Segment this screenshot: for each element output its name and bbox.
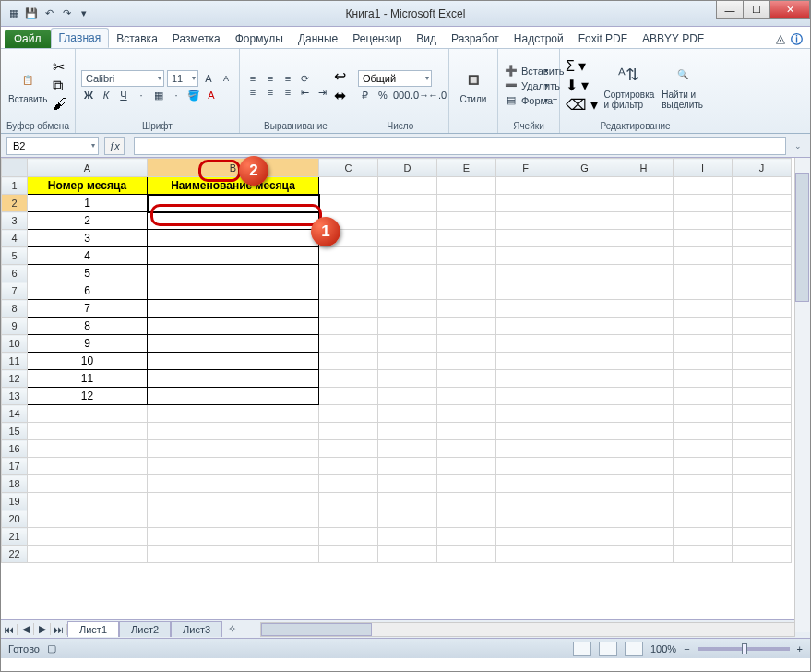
delete-cells-button[interactable]: ➖Удалить▾ [504,79,554,91]
col-header-F[interactable]: F [496,159,555,177]
insert-function-button[interactable]: ƒx [104,137,125,155]
zoom-in-button[interactable]: + [797,643,803,654]
cell-J12[interactable] [733,370,792,388]
cell-D15[interactable] [378,423,437,440]
cell-D18[interactable] [378,475,437,493]
cell-C15[interactable] [319,423,378,440]
cell-H18[interactable] [614,475,674,493]
page-layout-view-button[interactable] [599,642,617,656]
row-header-13[interactable]: 13 [2,388,28,405]
formula-input[interactable] [134,137,786,155]
cell-B5[interactable] [148,247,319,265]
cell-G6[interactable] [555,265,614,282]
cell-I22[interactable] [674,546,733,563]
cell-J10[interactable] [733,335,792,353]
cell-I9[interactable] [674,318,733,335]
cell-F11[interactable] [496,353,555,370]
cell-G5[interactable] [555,247,614,265]
cell-I17[interactable] [674,458,733,475]
cell-H2[interactable] [614,195,674,212]
cell-A3[interactable]: 2 [28,212,148,230]
col-header-H[interactable]: H [614,159,674,177]
fill-icon[interactable]: ⬇ ▾ [566,77,598,94]
cell-I4[interactable] [674,230,733,247]
sheet-nav-next-icon[interactable]: ▶ [34,623,51,635]
cell-B22[interactable] [148,546,319,563]
row-header-2[interactable]: 2 [2,195,28,212]
cell-C10[interactable] [319,335,378,353]
cell-G9[interactable] [555,318,614,335]
cell-C13[interactable] [319,388,378,405]
font-name-combo[interactable]: Calibri [81,70,164,87]
cell-F22[interactable] [496,546,555,563]
cell-H9[interactable] [614,318,674,335]
cell-B13[interactable] [148,388,319,405]
cell-A21[interactable] [28,528,148,546]
cell-E20[interactable] [437,510,496,528]
cell-G15[interactable] [555,423,614,440]
cell-J14[interactable] [733,405,792,423]
cell-I8[interactable] [674,300,733,318]
cell-C17[interactable] [319,458,378,475]
cell-J15[interactable] [733,423,792,440]
close-button[interactable]: ✕ [769,1,810,19]
cell-G10[interactable] [555,335,614,353]
row-header-17[interactable]: 17 [2,458,28,475]
cell-I13[interactable] [674,388,733,405]
file-tab[interactable]: Файл [5,30,51,48]
tab-home[interactable]: Главная [51,28,110,48]
cell-E21[interactable] [437,528,496,546]
cell-D14[interactable] [378,405,437,423]
cell-B6[interactable] [148,265,319,282]
cell-F13[interactable] [496,388,555,405]
cell-J19[interactable] [733,493,792,510]
sheet-nav-last-icon[interactable]: ⏭ [51,624,67,635]
cell-D21[interactable] [378,528,437,546]
tab-addins[interactable]: Надстрой [507,30,571,48]
cell-I1[interactable] [674,177,733,195]
cell-D4[interactable] [378,230,437,247]
cell-G4[interactable] [555,230,614,247]
tab-insert[interactable]: Вставка [109,30,165,48]
cell-I12[interactable] [674,370,733,388]
cell-J18[interactable] [733,475,792,493]
cell-B4[interactable] [148,230,319,247]
cell-B9[interactable] [148,318,319,335]
name-box[interactable]: B2 [6,137,99,155]
sheet-nav-prev-icon[interactable]: ◀ [18,623,34,635]
sort-filter-button[interactable]: ᴬ⇅ Сортировка и фильтр [602,60,656,112]
cell-F5[interactable] [496,247,555,265]
cell-C6[interactable] [319,265,378,282]
cell-J7[interactable] [733,282,792,300]
cell-G14[interactable] [555,405,614,423]
col-header-G[interactable]: G [555,159,614,177]
cell-H20[interactable] [614,510,674,528]
cell-H17[interactable] [614,458,674,475]
row-header-18[interactable]: 18 [2,475,28,493]
cell-G19[interactable] [555,493,614,510]
cell-A9[interactable]: 8 [28,318,148,335]
cell-A15[interactable] [28,423,148,440]
fill-color-icon[interactable]: 🪣 [186,90,201,102]
cell-J21[interactable] [733,528,792,546]
border-icon[interactable]: ▦ [151,90,166,102]
cell-H22[interactable] [614,546,674,563]
cell-I20[interactable] [674,510,733,528]
cell-B12[interactable] [148,370,319,388]
row-header-5[interactable]: 5 [2,247,28,265]
cell-A7[interactable]: 6 [28,282,148,300]
cell-B15[interactable] [148,423,319,440]
cell-H5[interactable] [614,247,674,265]
cell-F3[interactable] [496,212,555,230]
minimize-ribbon-icon[interactable]: ◬ [776,31,785,48]
cell-H6[interactable] [614,265,674,282]
cell-J6[interactable] [733,265,792,282]
col-header-J[interactable]: J [733,159,792,177]
paste-button[interactable]: 📋 Вставить [6,65,49,106]
tab-foxit[interactable]: Foxit PDF [571,30,635,48]
cell-F16[interactable] [496,440,555,458]
cell-I10[interactable] [674,335,733,353]
zoom-slider[interactable] [698,647,790,651]
cell-C14[interactable] [319,405,378,423]
increase-decimal-icon[interactable]: .0→ [411,90,425,101]
